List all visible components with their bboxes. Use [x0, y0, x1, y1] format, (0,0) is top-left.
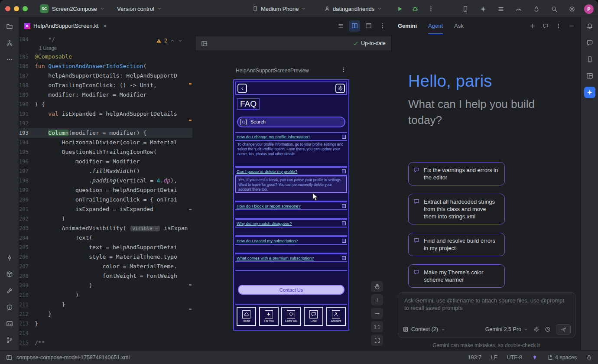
code-line[interactable]: 212 } — [19, 309, 192, 319]
build-status[interactable]: Up-to-date — [353, 40, 386, 46]
search-bar[interactable]: Search — [237, 117, 345, 127]
line-number[interactable]: 211 — [19, 300, 35, 309]
line-number[interactable]: 204 — [19, 233, 35, 243]
code-line[interactable]: 196 modifier = Modifier — [19, 157, 192, 166]
project-selector[interactable]: Screen2Compose — [52, 4, 105, 13]
code-line[interactable]: 186fun QuestionAndAnswerInfoSection( — [19, 62, 192, 71]
line-number[interactable]: 199 — [19, 185, 35, 195]
structure-icon[interactable] — [4, 37, 15, 49]
zoom-window-button[interactable] — [23, 6, 28, 11]
line-number[interactable]: 203 — [19, 224, 35, 233]
faq-question[interactable]: What comes with a premium subscription? — [235, 254, 347, 262]
code-line[interactable]: 192 — [19, 119, 192, 128]
gem-icon[interactable] — [532, 354, 538, 361]
code-line[interactable]: 204 Text( — [19, 233, 192, 243]
code-editor[interactable]: 184 */1 Usage185@Composable186fun Questi… — [19, 35, 192, 350]
line-number[interactable]: 193 — [19, 128, 35, 138]
design-view-button[interactable] — [363, 20, 374, 32]
new-chat-button[interactable] — [530, 23, 536, 29]
code-line[interactable]: 198 .padding(vertical = 4.dp), — [19, 176, 192, 185]
packages-icon[interactable] — [4, 269, 15, 280]
prompt-input[interactable]: Ask Gemini, use @filename to attach sour… — [398, 292, 575, 338]
history-button[interactable] — [545, 326, 551, 332]
code-line[interactable]: 191 val isExpanded = helpAndSupportDetai… — [19, 109, 192, 119]
panel-options-button[interactable] — [556, 23, 562, 29]
code-line[interactable]: 197 .fillMaxWidth() — [19, 166, 192, 176]
zoom-reset-button[interactable]: 1:1 — [371, 321, 383, 332]
ai-assistant-icon[interactable] — [478, 3, 489, 15]
line-number[interactable]: 189 — [19, 90, 35, 100]
nav-item-home[interactable]: Home — [237, 307, 256, 326]
expand-toggle-icon[interactable] — [342, 256, 346, 260]
code-line[interactable]: 200 onTrailingIconClick = { onTrai — [19, 195, 192, 205]
code-line[interactable]: 205 text = helpAndSupportDetai — [19, 243, 192, 252]
stripe-mark[interactable] — [189, 209, 192, 210]
back-button[interactable]: ‹ — [237, 84, 247, 93]
code-line[interactable]: 190) { — [19, 100, 192, 109]
line-number[interactable]: 196 — [19, 157, 35, 166]
code-view-button[interactable] — [335, 20, 346, 32]
tab-options-button[interactable] — [377, 20, 388, 32]
inlay-hint-row[interactable]: 1 Usage — [19, 44, 192, 52]
faq-question[interactable]: Why did my match disappear? — [235, 219, 347, 228]
code-line[interactable]: 202 ) — [19, 214, 192, 224]
context-selector[interactable]: Context (2) — [403, 326, 445, 332]
faq-question[interactable]: Can I pause or delete my profile? — [235, 167, 347, 176]
profiler-icon[interactable] — [513, 3, 524, 15]
code-line[interactable]: 195 QuestionWithTrailingIconRow( — [19, 147, 192, 157]
line-number[interactable]: 195 — [19, 147, 35, 157]
faq-question[interactable]: How do I block or report someone? — [235, 202, 347, 210]
lock-icon[interactable] — [586, 354, 592, 360]
file-encoding[interactable]: UTF-8 — [507, 354, 522, 361]
inspection-widget[interactable]: 2 — [154, 37, 185, 45]
commit-icon[interactable] — [4, 252, 15, 263]
code-line[interactable]: 187 helpAndSupportDetails: HelpAndSuppor… — [19, 71, 192, 81]
line-number[interactable]: 208 — [19, 271, 35, 281]
line-number[interactable]: 191 — [19, 109, 35, 119]
device-selector[interactable]: Medium Phone — [252, 4, 306, 13]
line-number[interactable]: 213 — [19, 319, 35, 328]
line-number[interactable]: 202 — [19, 214, 35, 224]
search-everywhere-icon[interactable] — [549, 3, 560, 15]
line-number[interactable]: 205 — [19, 243, 35, 252]
code-line[interactable]: 194 HorizontalDivider(color = Material — [19, 138, 192, 147]
line-number[interactable]: 209 — [19, 281, 35, 290]
code-line[interactable]: 211 } — [19, 300, 192, 309]
code-line[interactable]: 206 style = MaterialTheme.typo — [19, 252, 192, 262]
stripe-mark[interactable] — [189, 284, 192, 286]
suggestion-card[interactable]: Make my Theme's color scheme warmer — [408, 264, 505, 288]
user-avatar[interactable]: P — [584, 4, 594, 14]
gemini-settings-button[interactable] — [533, 326, 540, 332]
expand-toggle-icon[interactable] — [342, 169, 346, 173]
line-number[interactable]: 188 — [19, 81, 35, 90]
line-number[interactable]: 184 — [19, 35, 35, 44]
next-problem-button[interactable] — [178, 38, 183, 43]
line-number[interactable]: 214 — [19, 328, 35, 338]
split-view-button[interactable] — [349, 20, 360, 32]
zoom-in-button[interactable] — [371, 294, 383, 306]
close-tab-icon[interactable]: × — [103, 23, 107, 29]
line-number[interactable]: 210 — [19, 290, 35, 300]
code-line[interactable]: 185@Composable — [19, 52, 192, 62]
nav-item-chat[interactable]: Chat — [304, 307, 323, 326]
line-number[interactable]: 186 — [19, 62, 35, 71]
vcs-selector[interactable]: Version control — [117, 4, 162, 13]
nav-item-likes-you[interactable]: Likes You — [281, 307, 301, 326]
code-line[interactable]: 214 — [19, 328, 192, 338]
terminal-icon[interactable] — [4, 318, 15, 329]
line-separator[interactable]: LF — [491, 354, 497, 361]
expand-toggle-icon[interactable] — [342, 239, 346, 243]
code-line[interactable]: 199 question = helpAndSupportDetai — [19, 185, 192, 195]
line-number[interactable]: 201 — [19, 205, 35, 214]
suggestion-card[interactable]: Find and resolve build errors in my proj… — [408, 233, 505, 256]
line-number[interactable]: 198 — [19, 176, 35, 185]
zoom-out-button[interactable] — [371, 308, 383, 319]
code-line[interactable]: 208 fontWeight = FontWeigh — [19, 271, 192, 281]
build-icon[interactable] — [4, 285, 15, 296]
line-number[interactable]: 206 — [19, 252, 35, 262]
device-explorer-icon[interactable] — [584, 54, 595, 65]
code-line[interactable]: 201 isExpanded = isExpanded — [19, 205, 192, 214]
code-line[interactable]: 203 AnimatedVisibility( visible = isExpa… — [19, 224, 192, 233]
gemini-icon[interactable] — [584, 87, 595, 98]
line-number[interactable]: 197 — [19, 166, 35, 176]
